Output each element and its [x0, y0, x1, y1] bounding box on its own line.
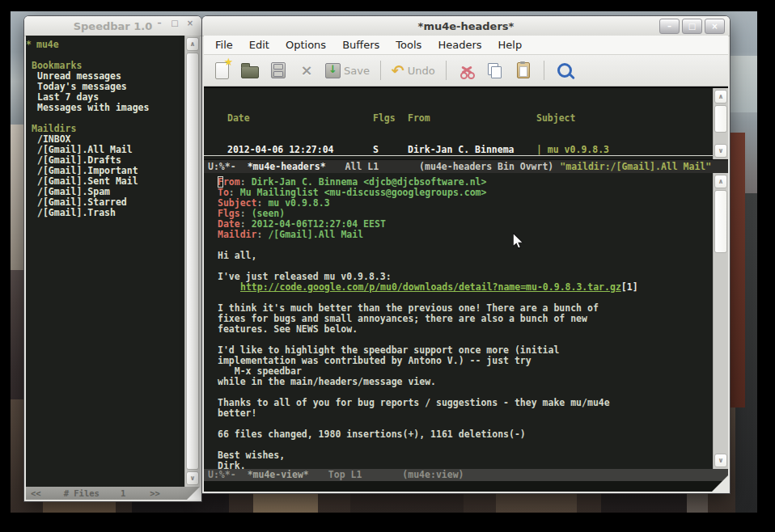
maximize-icon[interactable]: □: [682, 19, 702, 34]
modeline-flags: U:%*-: [208, 162, 236, 172]
speedbar-item-last-7-days[interactable]: Last 7 days: [26, 91, 184, 102]
scroll-down-icon[interactable]: ∨: [714, 144, 727, 158]
editor-area: Date Flgs From Subject 2012-04-06 12:27:…: [204, 87, 728, 492]
undo-button[interactable]: ↶ Undo: [392, 63, 435, 78]
new-file-button[interactable]: ★: [212, 62, 231, 79]
mu4e-view-pane: From:Dirk-Jan C. Binnema <djcb@djcbsoftw…: [204, 173, 728, 469]
menubar: File Edit Options Buffers Tools Headers …: [204, 36, 728, 55]
speedbar-item-messages-with-images[interactable]: Messages with images: [26, 102, 184, 112]
field-value: 2012-04-06T12:27:04 EEST: [252, 218, 386, 230]
resize-grip[interactable]: [712, 475, 728, 492]
scroll-up-icon[interactable]: ∧: [186, 37, 199, 51]
speedbar-window-title: Speedbar 1.0: [74, 20, 153, 32]
mouse-cursor: [513, 233, 524, 250]
scroll-up-icon[interactable]: ∧: [714, 175, 727, 188]
message-line: Dirk.: [218, 461, 713, 469]
view-scrollbar-thumb[interactable]: [714, 190, 727, 253]
message-line: Hi all,: [218, 251, 713, 261]
speedbar-item-unread-messages[interactable]: Unread messages: [26, 70, 184, 81]
speedbar-item-drafts[interactable]: /[Gmail].Drafts: [26, 154, 184, 165]
close-icon[interactable]: ×: [705, 19, 725, 34]
open-file-button[interactable]: [240, 62, 260, 78]
view-scrollbar[interactable]: ∧ ∨: [713, 173, 728, 469]
toolbar-separator: [544, 61, 544, 80]
minimize-icon[interactable]: –: [153, 19, 166, 27]
speedbar-titlebar[interactable]: Speedbar 1.0 – □ ×: [24, 16, 201, 36]
text-cursor: F: [218, 176, 223, 188]
scroll-down-icon[interactable]: ∨: [186, 471, 199, 485]
message-line: Best wishes,: [218, 450, 713, 461]
minibuffer[interactable]: [204, 481, 728, 492]
copy-button[interactable]: [485, 63, 505, 78]
speedbar-item-spam[interactable]: /[Gmail].Spam: [26, 186, 184, 196]
speedbar-files-label: # Files: [64, 488, 100, 498]
maximize-icon[interactable]: □: [168, 19, 181, 27]
scroll-up-icon[interactable]: ∧: [714, 90, 727, 103]
speedbar-scrollbar[interactable]: ∧ ∨: [184, 36, 200, 487]
new-file-icon: ★: [215, 62, 229, 79]
message-line: [218, 240, 713, 251]
speedbar-scrollbar-thumb[interactable]: [186, 53, 199, 470]
speedbar-statusbar: << # Files 1 >>: [26, 487, 200, 500]
download-link[interactable]: http://code.google.com/p/mu0/downloads/d…: [240, 281, 621, 293]
footnote-reference: [1]: [621, 281, 638, 293]
modeline-headers: U:%*- *mu4e-headers* All L1 (mu4e-header…: [204, 159, 728, 173]
header-row-selected[interactable]: 2012-04-06 12:27:04 S Dirk-Jan C. Binnem…: [204, 145, 713, 156]
menu-tools[interactable]: Tools: [388, 39, 430, 51]
speedbar-item-trash[interactable]: /[Gmail].Trash: [26, 207, 184, 217]
speedbar-item-important[interactable]: /[Gmail].Important: [26, 165, 184, 175]
expand-marker-icon[interactable]: *: [26, 39, 32, 50]
blank-line: [26, 49, 184, 60]
menu-edit[interactable]: Edit: [241, 39, 277, 51]
speedbar-item-sent-mail[interactable]: /[Gmail].Sent Mail: [26, 175, 184, 186]
scroll-down-icon[interactable]: ∨: [714, 454, 727, 467]
view-field-maildir: Maildir:/[Gmail].All Mail: [218, 230, 713, 240]
cut-button[interactable]: [457, 64, 476, 78]
speedbar-prev-button[interactable]: <<: [31, 488, 41, 498]
speedbar-item-inbox[interactable]: /INBOX: [26, 133, 184, 144]
field-colon: :: [256, 197, 262, 209]
paste-button[interactable]: [514, 62, 533, 78]
minimize-icon[interactable]: –: [659, 19, 680, 34]
speedbar-item-starred[interactable]: /[Gmail].Starred: [26, 196, 184, 207]
drawer-shape: [273, 64, 283, 70]
menu-file[interactable]: File: [207, 39, 241, 51]
speedbar-root-mu4e[interactable]: *mu4e: [26, 39, 184, 49]
menu-options[interactable]: Options: [277, 39, 334, 51]
modeline-major-mode[interactable]: (mu4e:view): [402, 470, 464, 480]
headers-list: Date Flgs From Subject 2012-04-06 12:27:…: [204, 88, 713, 159]
paste-icon: [517, 62, 530, 78]
speedbar-item-all-mail[interactable]: /[Gmail].All Mail: [26, 144, 184, 154]
speedbar-root-label[interactable]: mu4e: [36, 39, 59, 50]
column-subject[interactable]: Subject: [536, 113, 575, 124]
copy-icon: [488, 63, 502, 78]
resize-grip[interactable]: [187, 487, 200, 500]
search-button[interactable]: [555, 63, 574, 78]
toolbar: ★ × ↓ Save ↶ Undo: [204, 55, 728, 87]
message-link-line: http://code.google.com/p/mu0/downloads/d…: [218, 282, 713, 293]
menu-help[interactable]: Help: [490, 39, 531, 51]
column-date[interactable]: Date: [227, 113, 250, 124]
modeline-buffer-name[interactable]: *mu4e-view*: [248, 470, 309, 480]
field-label: rom: [223, 176, 240, 188]
speedbar-item-todays-messages[interactable]: Today's messages: [26, 81, 184, 91]
dired-button[interactable]: [269, 62, 288, 78]
kill-buffer-button[interactable]: ×: [297, 63, 316, 78]
scrollbar-track[interactable]: [714, 133, 727, 143]
field-label: Maildir: [218, 229, 256, 240]
column-flags[interactable]: Flgs: [373, 113, 396, 124]
menu-headers[interactable]: Headers: [430, 39, 489, 51]
modeline-buffer-name[interactable]: *mu4e-headers*: [248, 162, 326, 172]
headers-scrollbar-thumb[interactable]: [714, 105, 727, 133]
close-icon[interactable]: ×: [184, 19, 197, 27]
scrollbar-track[interactable]: [714, 254, 727, 453]
menu-buffers[interactable]: Buffers: [334, 39, 388, 51]
headers-scrollbar[interactable]: ∧ ∨: [713, 88, 728, 159]
save-button[interactable]: ↓ Save: [325, 63, 370, 78]
emacs-titlebar[interactable]: *mu4e-headers* – □ ×: [202, 16, 730, 36]
speedbar-next-button[interactable]: >>: [150, 488, 160, 498]
field-colon: :: [256, 229, 262, 240]
modeline-major-mode[interactable]: (mu4e-headers Bin Ovwrt): [419, 162, 553, 172]
field-colon: :: [240, 218, 246, 230]
column-from[interactable]: From: [408, 113, 430, 124]
